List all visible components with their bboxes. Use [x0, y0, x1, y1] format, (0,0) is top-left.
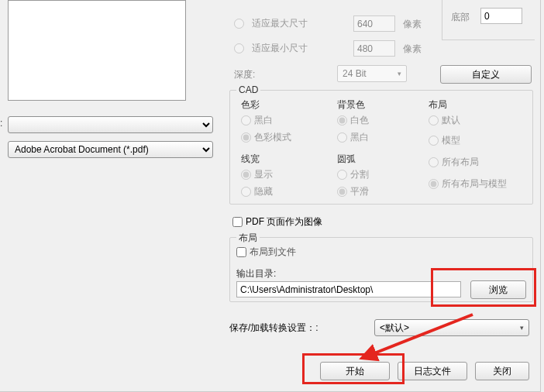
depth-value: 24 Bit — [343, 68, 367, 79]
left-dropdown-1[interactable] — [8, 116, 213, 133]
start-button[interactable]: 开始 — [320, 362, 390, 380]
output-dir-label: 输出目录: — [236, 267, 276, 280]
arc-label: 圆弧 — [337, 153, 356, 166]
settings-dropdown[interactable]: <默认> ▾ — [374, 319, 529, 336]
fit-min-radio — [234, 43, 244, 53]
color-mode-radio — [241, 132, 251, 143]
layout-model-radio — [429, 136, 439, 146]
bg-white-radio — [337, 115, 347, 126]
layout-label: 布局 — [429, 98, 447, 112]
bg-black-radio — [337, 132, 347, 143]
file-type-dropdown[interactable]: Adobe Acrobat Document (*.pdf) — [8, 141, 213, 158]
height-unit: 像素 — [403, 43, 422, 56]
fit-min-label: 适应最小尺寸 — [252, 42, 308, 55]
fit-max-label: 适应最大尺寸 — [252, 17, 308, 30]
depth-dropdown: 24 Bit ▾ — [337, 65, 407, 82]
height-input — [353, 40, 395, 57]
depth-label: 深度: — [234, 68, 255, 81]
layout-allmodel-radio — [429, 179, 439, 189]
color-label: 色彩 — [241, 98, 260, 112]
layout-default-radio — [429, 115, 439, 126]
settings-value: <默认> — [380, 322, 409, 335]
arc-smooth-radio — [337, 187, 347, 197]
layout-to-file-checkbox[interactable] — [236, 247, 246, 257]
arc-split-radio — [337, 170, 347, 180]
chevron-down-icon: ▾ — [398, 70, 401, 77]
cad-legend: CAD — [236, 84, 260, 95]
pdf-page-as-image-checkbox[interactable] — [232, 217, 243, 227]
close-button[interactable]: 关闭 — [475, 362, 529, 380]
linew-hide-radio — [241, 187, 251, 197]
pdf-page-as-image-check[interactable]: PDF 页面作为图像 — [232, 215, 322, 229]
bg-label: 背景色 — [337, 98, 365, 112]
bottom-label: 底部 — [451, 11, 470, 24]
layout-output-group: 布局 布局到文件 输出目录: 浏览 — [229, 237, 533, 302]
width-unit: 像素 — [403, 18, 422, 31]
output-dir-input[interactable] — [236, 281, 461, 297]
layout-output-legend: 布局 — [236, 232, 260, 245]
layout-all-radio — [429, 157, 439, 167]
width-input — [353, 15, 395, 32]
color-bw-radio — [241, 115, 251, 126]
left-colon-label: : — [0, 118, 2, 129]
cad-group: CAD 色彩 黑白 色彩模式 背景色 白色 黑白 布局 默认 模型 所有布局 所… — [229, 90, 533, 205]
annotation-arrow — [356, 310, 480, 364]
linew-show-radio — [241, 170, 251, 180]
chevron-down-icon: ▾ — [520, 324, 524, 332]
settings-label: 保存/加载转换设置：: — [229, 322, 318, 335]
linew-label: 线宽 — [241, 153, 260, 166]
logfile-button[interactable]: 日志文件 — [398, 362, 467, 380]
browse-button[interactable]: 浏览 — [470, 280, 526, 299]
preview-area — [8, 0, 186, 101]
customize-button[interactable]: 自定义 — [440, 65, 532, 84]
fit-max-radio — [234, 19, 244, 29]
bottom-input[interactable] — [480, 8, 522, 24]
